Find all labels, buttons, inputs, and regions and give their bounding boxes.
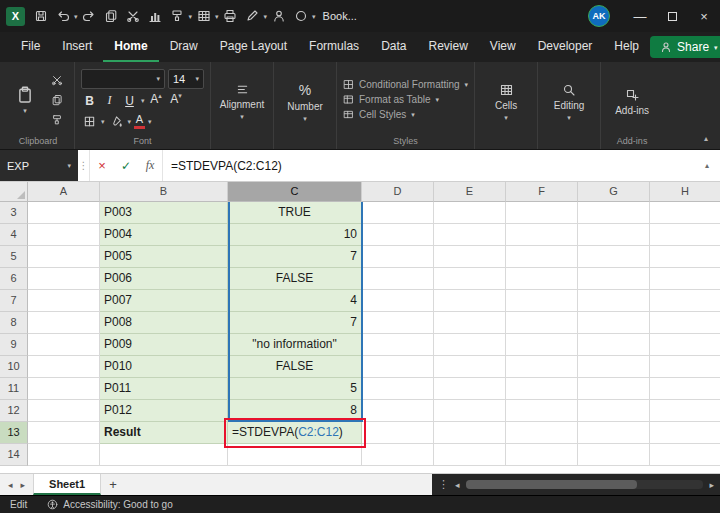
maximize-button[interactable] [656, 0, 688, 32]
cell-A4[interactable] [28, 224, 100, 246]
cell-C3[interactable]: TRUE [228, 202, 362, 224]
cell-E10[interactable] [434, 356, 506, 378]
scroll-right-icon[interactable]: ▸ [709, 480, 714, 490]
column-header-h[interactable]: H [650, 182, 720, 202]
formula-bar-resize-handle[interactable]: ⋮ [78, 150, 90, 181]
name-box[interactable]: EXP ▾ [0, 150, 78, 181]
cell-A3[interactable] [28, 202, 100, 224]
column-header-c[interactable]: C [228, 182, 362, 202]
cell-A8[interactable] [28, 312, 100, 334]
tab-page-layout[interactable]: Page Layout [209, 32, 298, 62]
cell-G4[interactable] [578, 224, 650, 246]
horizontal-scrollbar-thumb[interactable] [466, 480, 637, 489]
cell-B10[interactable]: P010 [100, 356, 228, 378]
cell-F14[interactable] [506, 444, 578, 466]
account-avatar[interactable]: AK [588, 5, 610, 27]
tab-review[interactable]: Review [417, 32, 478, 62]
cell-D7[interactable] [362, 290, 434, 312]
pen-caret-icon[interactable]: ▾ [264, 13, 268, 20]
tab-file[interactable]: File [10, 32, 51, 62]
cell-E8[interactable] [434, 312, 506, 334]
cell-B3[interactable]: P003 [100, 202, 228, 224]
cell-E7[interactable] [434, 290, 506, 312]
cell-F11[interactable] [506, 378, 578, 400]
cell-D4[interactable] [362, 224, 434, 246]
excel-logo-icon[interactable]: X [6, 7, 25, 26]
scroll-left-icon[interactable]: ◂ [455, 480, 460, 490]
cell-G13[interactable] [578, 422, 650, 444]
cell-C9[interactable]: "no information" [228, 334, 362, 356]
cell-F9[interactable] [506, 334, 578, 356]
cell-G10[interactable] [578, 356, 650, 378]
cell-E12[interactable] [434, 400, 506, 422]
cell-H4[interactable] [650, 224, 720, 246]
select-all-corner[interactable] [0, 182, 28, 202]
cell-A7[interactable] [28, 290, 100, 312]
column-header-b[interactable]: B [100, 182, 228, 202]
cell-B5[interactable]: P005 [100, 246, 228, 268]
font-color-button[interactable]: A [134, 114, 145, 129]
cell-C4[interactable]: 10 [228, 224, 362, 246]
cell-B14[interactable] [100, 444, 228, 466]
sheetbar-options-icon[interactable]: ⋮ [438, 478, 449, 491]
row-header-10[interactable]: 10 [0, 356, 28, 378]
cell-G6[interactable] [578, 268, 650, 290]
cut-icon[interactable] [123, 3, 144, 29]
chart-icon[interactable] [145, 3, 166, 29]
document-title[interactable]: Book... [323, 10, 357, 22]
cell-F12[interactable] [506, 400, 578, 422]
shrink-font-button[interactable]: A▾ [168, 92, 185, 110]
accessibility-status[interactable]: Accessibility: Good to go [47, 499, 173, 510]
row-header-14[interactable]: 14 [0, 444, 28, 466]
cell-E3[interactable] [434, 202, 506, 224]
cell-A6[interactable] [28, 268, 100, 290]
cell-H9[interactable] [650, 334, 720, 356]
cell-F5[interactable] [506, 246, 578, 268]
format-as-table-button[interactable]: Format as Table ▾ [343, 94, 468, 105]
cell-G14[interactable] [578, 444, 650, 466]
borders-caret-icon[interactable]: ▾ [101, 118, 105, 125]
tab-data[interactable]: Data [370, 32, 417, 62]
minimize-button[interactable]: — [624, 0, 656, 32]
row-header-11[interactable]: 11 [0, 378, 28, 400]
cell-G9[interactable] [578, 334, 650, 356]
copy-icon[interactable] [101, 3, 122, 29]
cell-A10[interactable] [28, 356, 100, 378]
row-header-12[interactable]: 12 [0, 400, 28, 422]
expand-formula-bar-button[interactable]: ▴ [694, 150, 720, 181]
cell-B4[interactable]: P004 [100, 224, 228, 246]
cell-F10[interactable] [506, 356, 578, 378]
cell-D5[interactable] [362, 246, 434, 268]
cell-E13[interactable] [434, 422, 506, 444]
cell-A14[interactable] [28, 444, 100, 466]
cell-H7[interactable] [650, 290, 720, 312]
row-header-13[interactable]: 13 [0, 422, 28, 444]
table-caret-icon[interactable]: ▾ [215, 13, 219, 20]
tab-developer[interactable]: Developer [527, 32, 604, 62]
tab-view[interactable]: View [479, 32, 527, 62]
tab-home[interactable]: Home [103, 32, 158, 62]
sheet-tab-sheet1[interactable]: Sheet1 [33, 474, 101, 495]
cell-H3[interactable] [650, 202, 720, 224]
row-header-3[interactable]: 3 [0, 202, 28, 224]
cell-C13-formula[interactable]: =STDEVPA(C2:C12) [228, 422, 362, 444]
cell-H8[interactable] [650, 312, 720, 334]
cell-E5[interactable] [434, 246, 506, 268]
cut-button[interactable] [46, 71, 68, 89]
cell-B13[interactable]: Result [100, 422, 228, 444]
row-header-6[interactable]: 6 [0, 268, 28, 290]
cell-D9[interactable] [362, 334, 434, 356]
save-icon[interactable] [30, 3, 51, 29]
cell-B8[interactable]: P008 [100, 312, 228, 334]
cancel-entry-button[interactable]: × [90, 150, 114, 181]
conditional-formatting-button[interactable]: Conditional Formatting ▾ [343, 79, 468, 90]
toolbar-caret-icon[interactable]: ▾ [312, 13, 316, 20]
cell-C5[interactable]: 7 [228, 246, 362, 268]
cell-H10[interactable] [650, 356, 720, 378]
share-button[interactable]: Share ▾ [650, 36, 720, 58]
enter-entry-button[interactable]: ✓ [114, 150, 138, 181]
cell-H11[interactable] [650, 378, 720, 400]
cell-H13[interactable] [650, 422, 720, 444]
cell-C12[interactable]: 8 [228, 400, 362, 422]
cell-B11[interactable]: P011 [100, 378, 228, 400]
